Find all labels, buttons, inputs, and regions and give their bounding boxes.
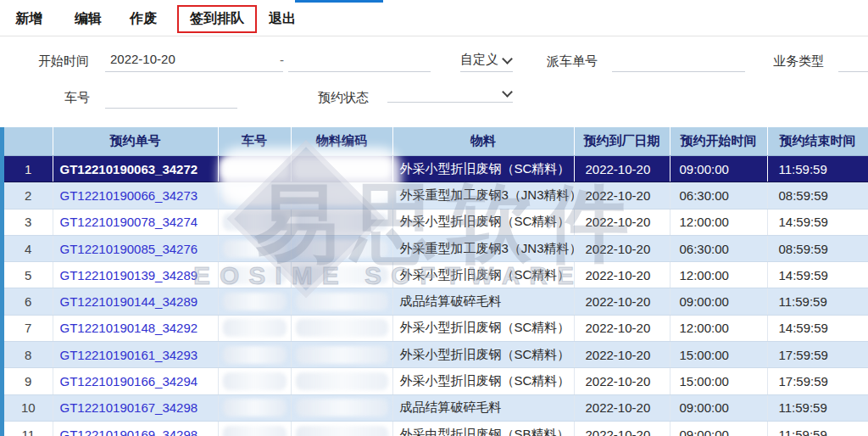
order-no-cell: GT12210190063_34272 bbox=[53, 156, 218, 182]
start-time-cell: 12:00:00 bbox=[670, 315, 767, 341]
end-time-cell: 11:59:59 bbox=[767, 394, 868, 421]
arrival-date-cell: 2022-10-20 bbox=[574, 209, 670, 235]
vehicle-no-cell bbox=[218, 262, 291, 288]
order-no-link[interactable]: GT12210190063_34272 bbox=[60, 162, 198, 176]
material-cell: 成品结算破碎毛料 bbox=[392, 288, 574, 315]
start-time-cell: 09:00:00 bbox=[670, 421, 767, 436]
col-header-start-time[interactable]: 预约开始时间 bbox=[670, 127, 767, 156]
vehicle-no-cell bbox=[218, 315, 291, 341]
table-row[interactable]: 3 GT12210190078_34274 外采小型折旧废钢（SC精料） 202… bbox=[4, 209, 868, 235]
order-no-cell: GT12210190167_34298 bbox=[53, 394, 218, 421]
order-no-link[interactable]: GT12210190139_34289 bbox=[60, 268, 198, 282]
start-time-cell: 06:30:00 bbox=[670, 235, 767, 261]
row-number-cell: 6 bbox=[4, 288, 53, 315]
start-time-cell: 15:00:00 bbox=[670, 368, 767, 394]
vehicle-no-input[interactable] bbox=[105, 87, 237, 109]
redacted-blur bbox=[223, 213, 287, 231]
material-code-cell bbox=[291, 421, 392, 436]
order-no-cell: GT12210190066_34273 bbox=[53, 182, 218, 209]
start-time-input[interactable] bbox=[105, 50, 283, 72]
dispatch-no-label: 派车单号 bbox=[547, 53, 598, 70]
row-number-cell: 9 bbox=[4, 368, 53, 394]
order-no-cell: GT12210190161_34293 bbox=[53, 342, 218, 368]
order-no-link[interactable]: GT12210190166_34294 bbox=[60, 374, 198, 388]
menu-item-edit[interactable]: 编辑 bbox=[75, 10, 102, 28]
end-time-cell: 17:59:59 bbox=[767, 342, 868, 368]
vehicle-no-cell bbox=[218, 342, 291, 368]
order-no-link[interactable]: GT12210190078_34274 bbox=[60, 215, 198, 229]
table-row[interactable]: 8 GT12210190161_34293 外采小型折旧废钢（SC精料） 202… bbox=[4, 342, 868, 368]
row-number-cell: 5 bbox=[4, 262, 53, 288]
end-time-cell: 17:59:59 bbox=[767, 368, 868, 394]
order-no-link[interactable]: GT12210190161_34293 bbox=[60, 348, 198, 362]
redacted-blur bbox=[296, 266, 388, 284]
redacted-blur bbox=[296, 426, 388, 436]
order-no-cell: GT12210190169_34298 bbox=[53, 421, 218, 436]
arrival-date-cell: 2022-10-20 bbox=[574, 315, 670, 341]
material-code-cell bbox=[291, 394, 392, 421]
business-type-input[interactable] bbox=[838, 50, 868, 72]
order-no-link[interactable]: GT12210190085_34276 bbox=[60, 242, 198, 256]
material-cell: 外采中型折旧废钢（SB精料） bbox=[392, 421, 574, 436]
col-header-material[interactable]: 物料 bbox=[392, 127, 574, 156]
order-no-link[interactable]: GT12210190144_34289 bbox=[60, 294, 198, 309]
arrival-date-cell: 2022-10-20 bbox=[574, 421, 670, 436]
menu-item-exit[interactable]: 退出 bbox=[269, 10, 296, 28]
redacted-blur bbox=[296, 213, 388, 231]
table-row[interactable]: 10 GT12210190167_34298 成品结算破碎毛料 2022-10-… bbox=[4, 394, 868, 421]
material-code-cell bbox=[291, 182, 392, 209]
redacted-blur bbox=[296, 319, 388, 337]
vehicle-no-label: 车号 bbox=[64, 90, 90, 106]
table-row[interactable]: 1 GT12210190063_34272 外采小型折旧废钢（SC精料） 202… bbox=[4, 156, 868, 182]
table-row[interactable]: 5 GT12210190139_34289 外采小型折旧废钢（SC精料） 202… bbox=[4, 262, 868, 288]
table-row[interactable]: 2 GT12210190066_34273 外采重型加工废钢3（JN3精料） 2… bbox=[4, 182, 868, 209]
row-number-cell: 10 bbox=[4, 394, 53, 421]
status-select[interactable] bbox=[387, 88, 513, 103]
col-header-arrival-date[interactable]: 预约到厂日期 bbox=[574, 127, 670, 156]
redacted-blur bbox=[296, 346, 388, 364]
vehicle-no-cell bbox=[218, 421, 291, 436]
order-no-link[interactable]: GT12210190148_34292 bbox=[60, 321, 198, 335]
col-header-material-code[interactable]: 物料编码 bbox=[291, 127, 392, 156]
redacted-blur bbox=[223, 319, 287, 337]
dispatch-no-input[interactable] bbox=[612, 50, 745, 72]
menu-item-checkin-queue[interactable]: 签到排队 bbox=[177, 5, 257, 33]
row-number-cell: 2 bbox=[4, 182, 53, 209]
menu-item-void[interactable]: 作废 bbox=[130, 10, 157, 28]
redacted-blur bbox=[223, 372, 287, 390]
order-no-link[interactable]: GT12210190167_34298 bbox=[60, 400, 198, 415]
arrival-date-cell: 2022-10-20 bbox=[574, 288, 670, 315]
range-preset-select[interactable]: 自定义 bbox=[460, 52, 513, 72]
row-number-cell: 3 bbox=[4, 209, 53, 235]
table-row[interactable]: 6 GT12210190144_34289 成品结算破碎毛料 2022-10-2… bbox=[4, 288, 868, 315]
end-time-input[interactable] bbox=[288, 50, 431, 72]
order-no-link[interactable]: GT12210190169_34298 bbox=[60, 428, 198, 436]
material-code-cell bbox=[291, 288, 392, 315]
material-cell: 成品结算破碎毛料 bbox=[392, 394, 574, 421]
material-cell: 外采重型加工废钢3（JN3精料） bbox=[392, 235, 574, 261]
appointments-table: 预约单号 车号 物料编码 物料 预约到厂日期 预约开始时间 预约结束时间 1 G… bbox=[4, 127, 868, 436]
table-row[interactable]: 7 GT12210190148_34292 外采小型折旧废钢（SC精料） 202… bbox=[4, 315, 868, 341]
order-no-cell: GT12210190144_34289 bbox=[53, 288, 218, 315]
material-code-cell bbox=[291, 235, 392, 261]
table-row[interactable]: 9 GT12210190166_34294 外采小型折旧废钢（SC精料） 202… bbox=[4, 368, 868, 394]
material-cell: 外采小型折旧废钢（SC精料） bbox=[392, 262, 574, 288]
vehicle-no-cell bbox=[218, 368, 291, 394]
redacted-blur bbox=[223, 426, 287, 436]
col-header-vehicle-no[interactable]: 车号 bbox=[218, 127, 291, 156]
order-no-link[interactable]: GT12210190066_34273 bbox=[60, 188, 198, 203]
menu-item-new[interactable]: 新增 bbox=[15, 10, 42, 28]
row-number-cell: 7 bbox=[4, 315, 53, 341]
start-time-cell: 06:30:00 bbox=[670, 182, 767, 209]
row-number-cell: 11 bbox=[4, 421, 53, 436]
table-row[interactable]: 11 GT12210190169_34298 外采中型折旧废钢（SB精料） 20… bbox=[4, 421, 868, 436]
order-no-cell: GT12210190148_34292 bbox=[53, 315, 218, 341]
material-cell: 外采小型折旧废钢（SC精料） bbox=[392, 156, 574, 182]
table-row[interactable]: 4 GT12210190085_34276 外采重型加工废钢3（JN3精料） 2… bbox=[4, 235, 868, 261]
start-time-label: 开始时间 bbox=[38, 53, 89, 70]
vehicle-no-cell bbox=[218, 394, 291, 421]
end-time-cell: 11:59:59 bbox=[767, 288, 868, 315]
col-header-order-no[interactable]: 预约单号 bbox=[53, 127, 218, 156]
col-header-end-time[interactable]: 预约结束时间 bbox=[767, 127, 868, 156]
col-header-rownum[interactable] bbox=[4, 127, 53, 156]
